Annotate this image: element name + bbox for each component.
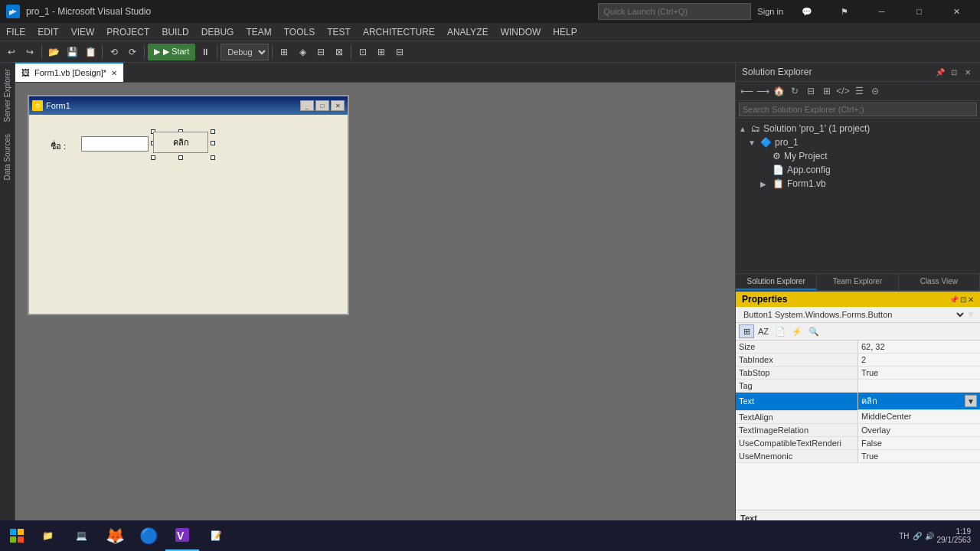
form-body[interactable]: ชื่อ : — [29, 115, 348, 314]
menu-view[interactable]: VIEW — [65, 23, 101, 41]
prop-row-tabstop[interactable]: TabStop True — [736, 367, 980, 380]
se-view-button[interactable]: </> — [835, 83, 851, 99]
notification-icon[interactable]: 💬 — [789, 0, 824, 23]
network-icon[interactable]: 🔗 — [913, 532, 922, 540]
se-prop-button[interactable]: ⊞ — [819, 83, 835, 99]
close-button[interactable]: ✕ — [939, 0, 974, 23]
form-button-click[interactable]: คลิก — [153, 132, 208, 153]
undo-button[interactable]: ↩ — [3, 44, 20, 60]
prop-row-usecompatible[interactable]: UseCompatibleTextRenderi False — [736, 436, 980, 449]
menu-architecture[interactable]: ARCHITECTURE — [357, 23, 441, 41]
tb-btn-4[interactable]: ⊠ — [331, 44, 348, 60]
prop-events-button[interactable]: ⚡ — [789, 324, 805, 338]
prop-value-textimagerelation[interactable]: Overlay — [858, 423, 981, 436]
tb-btn-2[interactable]: ◈ — [294, 44, 311, 60]
volume-icon[interactable]: 🔊 — [925, 532, 934, 540]
prop-row-size[interactable]: Size 62, 32 — [736, 341, 980, 354]
menu-tools[interactable]: TOOLS — [278, 23, 321, 41]
handle-br[interactable] — [211, 155, 215, 160]
taskbar-firefox[interactable]: 🦊 — [98, 520, 132, 551]
prop-row-textalign[interactable]: TextAlign MiddleCenter — [736, 410, 980, 423]
se-forward-button[interactable]: ⟶ — [755, 83, 770, 99]
prop-value-tag[interactable] — [858, 380, 981, 393]
design-tab-close[interactable]: ✕ — [111, 69, 117, 77]
se-close-button[interactable]: ✕ — [962, 66, 974, 78]
tree-appconfig[interactable]: 📄 App.config — [736, 163, 980, 177]
form-minimize-button[interactable]: _ — [300, 100, 314, 111]
design-canvas[interactable]: ⚙ Form1 _ □ ✕ ชื่อ : — [15, 83, 735, 536]
se-tab-class-view[interactable]: Class View — [899, 274, 980, 290]
tree-myproject[interactable]: ⚙ My Project — [736, 149, 980, 163]
align-left-button[interactable]: ⊡ — [354, 44, 371, 60]
tb-btn-3[interactable]: ⊟ — [312, 44, 329, 60]
prop-value-size[interactable]: 62, 32 — [858, 341, 981, 354]
redo2-button[interactable]: ⟳ — [124, 44, 141, 60]
prop-row-text[interactable]: Text คลิก ▼ — [736, 393, 980, 411]
se-tab-solution-explorer[interactable]: Solution Explorer — [736, 274, 817, 290]
handle-bc[interactable] — [178, 155, 183, 160]
prop-search-button[interactable]: 🔍 — [806, 324, 822, 338]
data-sources-tab[interactable]: Data Sources — [2, 128, 13, 187]
se-undock-button[interactable]: ⊡ — [948, 66, 960, 78]
handle-mr[interactable] — [211, 141, 215, 145]
prop-value-text[interactable]: คลิก ▼ — [858, 393, 980, 410]
signin-button[interactable]: Sign in — [757, 7, 783, 16]
design-tab[interactable]: 🖼 Form1.vb [Design]* ✕ — [15, 62, 124, 82]
se-tab-team-explorer[interactable]: Team Explorer — [817, 274, 898, 290]
menu-edit[interactable]: EDIT — [31, 23, 64, 41]
form-close-button[interactable]: ✕ — [331, 100, 345, 111]
prop-row-usemnemonic[interactable]: UseMnemonic True — [736, 449, 980, 462]
align-right-button[interactable]: ⊟ — [391, 44, 408, 60]
menu-team[interactable]: TEAM — [240, 23, 277, 41]
start-button[interactable]: ▶ ▶ Start — [148, 44, 195, 60]
save-button[interactable]: 💾 — [64, 44, 80, 60]
se-home-button[interactable]: 🏠 — [771, 83, 786, 99]
menu-analyze[interactable]: ANALYZE — [441, 23, 495, 41]
taskbar-computer[interactable]: 💻 — [64, 520, 98, 551]
prop-row-tag[interactable]: Tag — [736, 380, 980, 393]
maximize-button[interactable]: □ — [902, 0, 936, 23]
prop-value-textalign[interactable]: MiddleCenter — [858, 410, 981, 423]
se-settings-button[interactable]: ⊝ — [867, 83, 883, 99]
prop-text-dropdown[interactable]: ▼ — [965, 395, 977, 407]
prop-row-textimagerelation[interactable]: TextImageRelation Overlay — [736, 423, 980, 436]
prop-undock-button[interactable]: ⊡ — [960, 295, 966, 304]
tb-btn-1[interactable]: ⊞ — [276, 44, 292, 60]
prop-alpha-button[interactable]: AZ — [756, 324, 771, 338]
tree-project[interactable]: ▼ 🔷 pro_1 — [736, 135, 980, 149]
lang-indicator[interactable]: TH — [899, 532, 909, 540]
menu-window[interactable]: WINDOW — [495, 23, 547, 41]
tree-form1vb[interactable]: ▶ 📋 Form1.vb — [736, 177, 980, 191]
menu-project[interactable]: PROJECT — [100, 23, 155, 41]
prop-categorized-button[interactable]: ⊞ — [739, 324, 754, 338]
prop-pages-button[interactable]: 📄 — [773, 324, 788, 338]
taskbar-vs[interactable]: V — [165, 520, 199, 551]
taskbar-notepad[interactable]: 📝 — [199, 520, 233, 551]
undo2-button[interactable]: ⟲ — [106, 44, 122, 60]
se-filter-button[interactable]: ☰ — [851, 83, 867, 99]
pause-button[interactable]: ⏸ — [197, 44, 214, 60]
taskbar-explorer[interactable]: 📁 — [31, 520, 64, 551]
prop-value-tabindex[interactable]: 2 — [858, 354, 981, 367]
menu-file[interactable]: FILE — [0, 23, 31, 41]
prop-object-dropdown-arrow[interactable]: ▼ — [966, 309, 975, 320]
align-center-button[interactable]: ⊞ — [373, 44, 390, 60]
prop-close-button[interactable]: ✕ — [968, 295, 974, 304]
quick-launch-input[interactable] — [598, 3, 751, 20]
handle-bl[interactable] — [151, 155, 155, 160]
form-textbox[interactable] — [81, 136, 149, 152]
open-button[interactable]: 📂 — [45, 44, 62, 60]
se-back-button[interactable]: ⟵ — [739, 83, 754, 99]
form-maximize-button[interactable]: □ — [315, 100, 329, 111]
taskbar-chrome[interactable]: 🔵 — [132, 520, 165, 551]
prop-object-dropdown[interactable]: Button1 System.Windows.Forms.Button — [740, 309, 966, 320]
redo-button[interactable]: ↪ — [21, 44, 38, 60]
handle-tr[interactable] — [211, 129, 215, 134]
prop-pin-button[interactable]: 📌 — [949, 295, 959, 304]
flag-icon[interactable]: ⚑ — [827, 0, 861, 23]
se-refresh-button[interactable]: ↻ — [787, 83, 802, 99]
start-menu-button[interactable] — [3, 522, 31, 549]
menu-help[interactable]: HELP — [547, 23, 583, 41]
minimize-button[interactable]: ─ — [864, 0, 899, 23]
prop-value-tabstop[interactable]: True — [858, 367, 981, 380]
